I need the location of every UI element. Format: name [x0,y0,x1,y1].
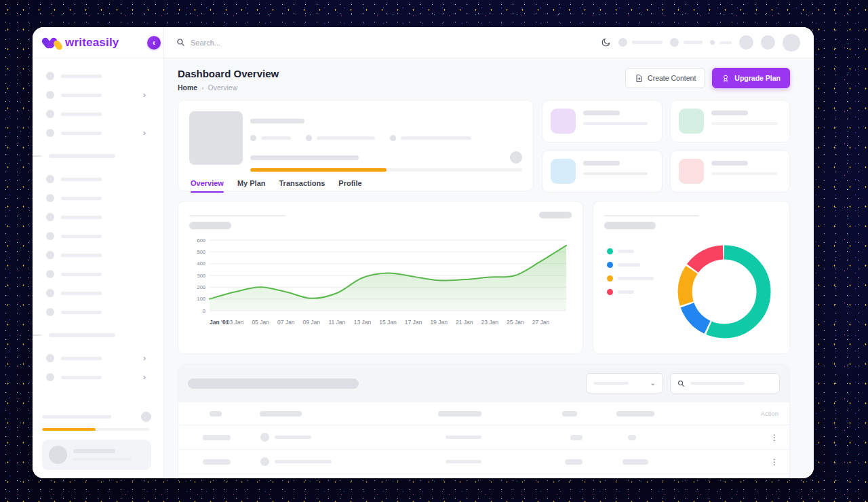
sidebar: › › › › [33,58,164,478]
profile-image-skeleton [189,111,243,165]
svg-text:600: 600 [197,237,205,244]
stat-icon-red [679,159,704,184]
breadcrumb-home[interactable]: Home [178,83,197,92]
sidebar-item[interactable] [33,66,163,85]
stat-card[interactable] [670,100,791,142]
plan-progress-track [250,168,522,172]
legend-item [607,275,654,282]
tab-profile[interactable]: Profile [338,179,361,193]
donut-chart-svg [673,240,776,343]
sidebar-item[interactable]: › [33,349,163,368]
chart-range-skeleton[interactable] [539,212,572,218]
file-icon [635,74,643,83]
sidebar-item[interactable] [33,227,163,246]
sidebar-item[interactable] [33,246,163,265]
create-content-label: Create Content [648,74,696,82]
sidebar-item[interactable]: › [33,85,163,104]
row-avatar-skeleton [260,457,269,466]
table-title-skeleton [188,379,359,389]
search-icon [677,380,685,387]
tab-my-plan[interactable]: My Plan [237,179,266,193]
topbar: writeasily ‹ [33,27,814,58]
profile-meta-skeleton [306,135,375,141]
sidebar-item[interactable] [33,189,163,208]
stat-icon-purple [551,109,576,134]
svg-text:03 Jan: 03 Jan [226,319,244,326]
global-search[interactable] [176,27,601,58]
sidebar-item[interactable]: › [33,368,163,387]
user-name-skeleton [73,449,115,453]
user-email-skeleton [73,458,132,461]
tab-transactions[interactable]: Transactions [279,179,326,193]
user-avatar[interactable] [783,34,800,52]
moon-icon[interactable] [601,37,611,47]
usage-progress-track [42,428,149,431]
stat-card[interactable] [542,150,663,193]
topbar-icon-button[interactable] [739,35,753,50]
usage-progress-fill [42,428,96,431]
plan-progress-fill [250,168,387,172]
writeasily-logo-icon [42,35,62,51]
svg-text:09 Jan: 09 Jan [303,319,321,326]
chevron-right-icon: › [143,373,146,381]
sidebar-item[interactable]: › [33,123,163,142]
create-content-button[interactable]: Create Content [625,68,705,88]
page-title: Dashboard Overview [178,68,279,79]
svg-text:19 Jan: 19 Jan [430,319,448,326]
topbar-right [601,27,814,58]
row-avatar-skeleton [260,433,269,442]
sidebar-collapse-button[interactable]: ‹ [147,36,161,50]
topbar-skeleton-item[interactable] [710,40,732,45]
sidebar-item[interactable] [33,170,163,189]
sidebar-item[interactable] [33,208,163,227]
profile-name-skeleton [250,119,304,123]
table-filter-select[interactable]: ⌄ [586,373,663,393]
breadcrumb-separator-icon: › [201,84,203,92]
app-name: writeasily [65,36,119,50]
chart-title-skeleton [189,215,285,216]
svg-text:300: 300 [197,273,205,279]
sidebar-user-card[interactable] [42,440,151,470]
svg-text:500: 500 [197,249,205,255]
table-row[interactable]: ⋮ [178,450,789,474]
upgrade-plan-button[interactable]: Upgrade Plan [712,68,790,88]
usage-label-skeleton [42,415,111,419]
table-row[interactable]: ⋮ [178,425,789,450]
profile-summary-card: Overview My Plan Transactions Profile [178,100,534,191]
svg-text:200: 200 [197,284,205,290]
breadcrumb: Home › Overview [178,83,279,92]
row-menu-icon[interactable]: ⋮ [770,433,778,442]
sidebar-item[interactable] [33,303,163,322]
usage-icon[interactable] [141,412,151,422]
svg-text:15 Jan: 15 Jan [379,319,397,326]
logo-area: writeasily ‹ [33,27,164,58]
award-icon [722,74,730,83]
chevron-right-icon: › [143,354,146,362]
svg-text:25 Jan: 25 Jan [507,319,524,326]
row-menu-icon[interactable]: ⋮ [770,458,778,466]
topbar-icon-button[interactable] [761,35,775,50]
chart-subtitle-skeleton [189,222,231,229]
chart-title-skeleton [604,215,699,216]
search-placeholder-skeleton [690,382,745,385]
profile-info-icon[interactable] [510,151,522,163]
topbar-skeleton-item[interactable] [618,38,663,47]
svg-text:11 Jan: 11 Jan [328,319,345,326]
donut-chart-card [593,201,790,354]
sidebar-item[interactable] [33,265,163,284]
sidebar-item[interactable] [33,104,163,123]
chevron-down-icon: ⌄ [650,380,656,387]
topbar-skeleton-item[interactable] [670,38,703,47]
stat-icon-blue [551,159,576,184]
traffic-area-chart-card: 0100200300400500600Jan '0103 Jan05 Jan07… [178,201,583,354]
legend-item [607,262,654,268]
search-input[interactable] [191,39,394,47]
table-search-field[interactable] [670,373,780,393]
stat-card[interactable] [670,150,791,193]
tab-overview[interactable]: Overview [191,179,224,193]
stat-card[interactable] [542,100,663,142]
search-icon [176,38,185,47]
sidebar-item[interactable] [33,284,163,303]
table-footer: Showing 4 Out of 25 ‹ 1 2 3 4 5 › [178,474,789,478]
stat-icon-green [679,109,704,134]
